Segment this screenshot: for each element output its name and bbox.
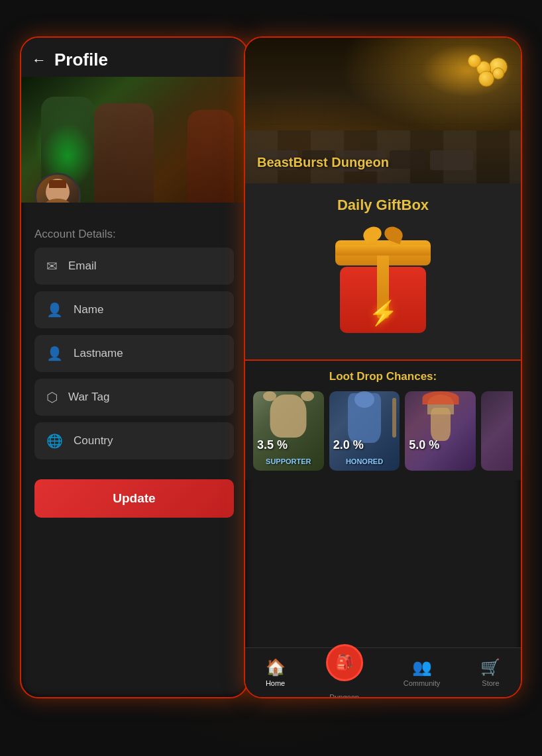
country-field[interactable]: 🌐 Country (34, 422, 234, 459)
nav-dungeon-label: Dungeon (329, 693, 359, 698)
phone-right: BeastBurst Dungeon Daily GiftBox (244, 36, 522, 698)
update-button[interactable]: Update (34, 479, 234, 518)
daily-giftbox-section: Daily GiftBox ⚡ (245, 183, 521, 359)
dungeon-banner: BeastBurst Dungeon (245, 38, 521, 183)
loot-card-rare[interactable]: 5.0 % (405, 391, 476, 471)
loot-percent-honored: 2.0 % (333, 438, 364, 452)
cube-icon: ⬡ (46, 389, 58, 405)
loot-card-extra[interactable] (481, 391, 513, 471)
avatar-face (36, 175, 79, 203)
loot-card-supporter[interactable]: 3.5 % SUPPORTER (253, 391, 324, 471)
giftbox[interactable]: ⚡ (330, 227, 436, 333)
loot-title: Loot Drop Chances: (253, 370, 513, 383)
profile-header: ← Profile (21, 38, 247, 77)
loot-name-honored: HONORED (329, 457, 400, 465)
community-icon: 👥 (412, 658, 432, 677)
name-field[interactable]: 👤 Name (34, 291, 234, 328)
person-icon: 👤 (46, 302, 63, 318)
dungeon-name: BeastBurst Dungeon (257, 155, 389, 170)
person2-icon: 👤 (46, 346, 63, 361)
lastname-field[interactable]: 👤 Lastname (34, 335, 234, 372)
profile-title: Profile (54, 50, 108, 70)
war-tag-label: War Tag (68, 391, 109, 404)
email-icon: ✉ (46, 258, 58, 274)
home-icon: 🏠 (266, 658, 286, 677)
nav-dungeon[interactable]: 🎒 Dungeon (326, 644, 363, 698)
globe-icon: 🌐 (46, 433, 63, 449)
loot-section: Loot Drop Chances: 3.5 % SUPPORTER (245, 359, 521, 480)
scene: ← Profile (0, 0, 542, 756)
nav-home[interactable]: 🏠 Home (266, 658, 286, 687)
phone-left: ← Profile (20, 36, 248, 698)
form-fields: ✉ Email 👤 Name 👤 Lastname ⬡ War Tag 🌐 Co… (21, 248, 247, 459)
email-field[interactable]: ✉ Email (34, 248, 234, 285)
back-button[interactable]: ← (32, 52, 46, 69)
name-label: Name (74, 303, 103, 316)
nav-community[interactable]: 👥 Community (404, 658, 441, 687)
loot-card-honored[interactable]: 2.0 % HONORED (329, 391, 400, 471)
loot-percent-rare: 5.0 % (409, 438, 439, 452)
dungeon-scene: BeastBurst Dungeon (245, 38, 521, 183)
nav-community-label: Community (404, 679, 441, 687)
country-label: Country (74, 434, 113, 448)
dungeon-button[interactable]: 🎒 (326, 644, 363, 681)
daily-giftbox-title: Daily GiftBox (337, 197, 429, 214)
hero-banner (21, 77, 247, 203)
dungeon-icon: 🎒 (335, 654, 353, 671)
account-details-label: Account Details: (21, 203, 247, 248)
lastname-label: Lastname (74, 347, 123, 360)
loot-name-supporter: SUPPORTER (253, 457, 324, 465)
loot-cards: 3.5 % SUPPORTER 2.0 % HONORED (253, 391, 513, 471)
nav-store-label: Store (482, 679, 499, 687)
nav-home-label: Home (266, 679, 285, 687)
nav-store[interactable]: 🛒 Store (480, 658, 500, 687)
war-tag-field[interactable]: ⬡ War Tag (34, 379, 234, 416)
loot-percent-supporter: 3.5 % (257, 438, 288, 452)
bottom-nav: 🏠 Home 🎒 Dungeon 👥 Community 🛒 Store (245, 647, 521, 697)
avatar (34, 173, 81, 203)
store-icon: 🛒 (480, 658, 500, 677)
email-label: Email (68, 260, 97, 273)
